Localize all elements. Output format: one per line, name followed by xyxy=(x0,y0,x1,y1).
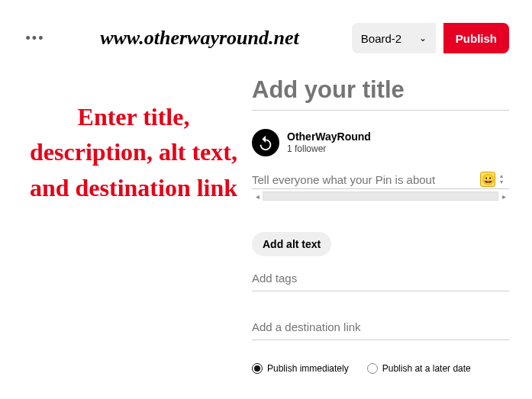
radio-label: Publish at a later date xyxy=(382,363,471,374)
radio-publish-later[interactable]: Publish at a later date xyxy=(367,363,471,374)
radio-label: Publish immediately xyxy=(267,363,349,374)
radio-publish-immediately[interactable]: Publish immediately xyxy=(252,363,349,374)
publish-timing-radios: Publish immediately Publish at a later d… xyxy=(252,363,509,374)
horizontal-scrollbar[interactable]: ◂ ▸ xyxy=(252,191,509,201)
emoji-picker-icon[interactable]: 😀 xyxy=(480,172,495,187)
author-text: OtherWayRound 1 follower xyxy=(287,130,371,154)
main-area: Enter title, description, alt text, and … xyxy=(23,76,509,374)
vertical-scroll-arrows[interactable]: ▴▾ xyxy=(500,173,509,185)
annotation-text: Enter title, description, alt text, and … xyxy=(23,99,244,205)
chevron-down-icon: ⌄ xyxy=(419,33,427,43)
author-row: OtherWayRound 1 follower xyxy=(252,129,509,156)
description-input[interactable] xyxy=(252,173,476,186)
site-url-annotation: www.otherwayround.net xyxy=(55,27,344,50)
author-name: OtherWayRound xyxy=(287,130,371,143)
avatar xyxy=(252,129,279,156)
tags-input[interactable] xyxy=(252,265,509,291)
description-row: 😀 ▴▾ xyxy=(252,172,509,189)
radio-circle-icon xyxy=(367,363,378,374)
radio-circle-icon xyxy=(252,363,263,374)
scroll-right-icon[interactable]: ▸ xyxy=(498,192,509,201)
publish-button[interactable]: Publish xyxy=(443,23,509,53)
undo-arrow-icon xyxy=(257,134,274,151)
add-alt-text-button[interactable]: Add alt text xyxy=(252,232,331,256)
follower-count: 1 follower xyxy=(287,143,371,154)
topbar: ••• www.otherwayround.net Board-2 ⌄ Publ… xyxy=(23,23,509,53)
board-select[interactable]: Board-2 ⌄ xyxy=(352,23,436,53)
scroll-left-icon[interactable]: ◂ xyxy=(252,192,263,201)
destination-link-input[interactable] xyxy=(252,314,509,340)
more-icon[interactable]: ••• xyxy=(23,26,47,50)
right-column: OtherWayRound 1 follower 😀 ▴▾ ◂ ▸ Add al… xyxy=(252,76,509,374)
left-column: Enter title, description, alt text, and … xyxy=(23,76,252,374)
scroll-track[interactable] xyxy=(263,191,498,201)
board-selected-label: Board-2 xyxy=(361,32,401,45)
title-input[interactable] xyxy=(252,76,509,111)
